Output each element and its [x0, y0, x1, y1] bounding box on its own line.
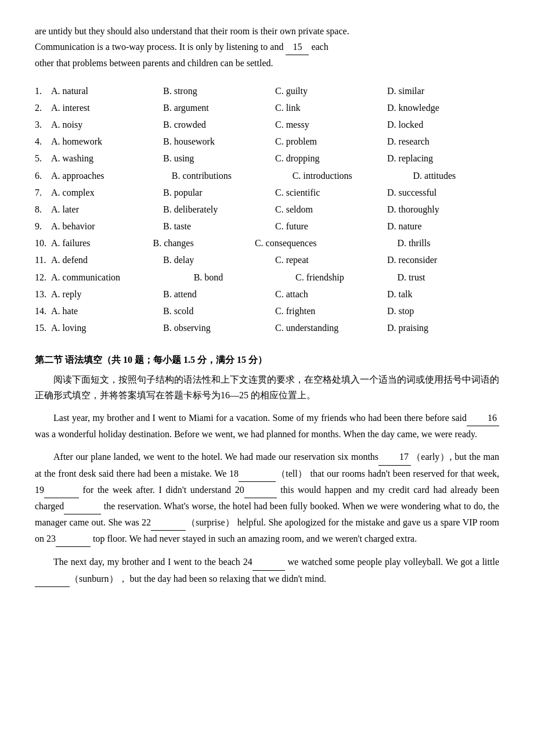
para3-text-c: but the day had been so relaxing that we… — [128, 574, 326, 584]
choice-row-5: 5. A. washing B. using C. dropping D. re… — [35, 150, 499, 166]
choice-15b: B. observing — [163, 320, 275, 336]
blank-17: 17 — [378, 449, 411, 465]
choice-1d: D. similar — [387, 83, 499, 99]
choice-row-4: 4. A. homework B. housework C. problem D… — [35, 134, 499, 149]
para3-text-a: The next day, my brother and I went to t… — [53, 557, 252, 567]
para2-text-d: for the week after. I didn't understand … — [79, 485, 244, 495]
choice-row-12: 12. A. communication B. bond C. friendsh… — [35, 269, 499, 285]
choice-row-11: 11. A. defend B. delay C. repeat D. reco… — [35, 252, 499, 268]
blank-16: 16 — [467, 410, 499, 426]
para2-bracket2: （tell） — [276, 469, 308, 478]
choice-10a: A. failures — [51, 235, 153, 251]
choices-section: 1. A. natural B. strong C. guilty D. sim… — [35, 83, 499, 336]
choice-6a: A. approaches — [51, 168, 172, 183]
para2-text-a: After our plane landed, we went to the h… — [53, 452, 378, 462]
choice-14a: A. hate — [51, 303, 163, 319]
choice-num-4: 4. — [35, 134, 51, 149]
blank-20 — [244, 482, 277, 498]
choice-num-8: 8. — [35, 201, 51, 217]
choice-15c: C. understanding — [275, 320, 387, 336]
para2-bracket1: （early） — [411, 452, 449, 462]
para2-text-h: top floor. We had never stayed in such a… — [91, 534, 417, 543]
choice-13b: B. attend — [163, 286, 275, 302]
choice-num-13: 13. — [35, 286, 51, 302]
choice-4d: D. research — [387, 134, 499, 149]
choice-6d: D. attitudes — [413, 168, 499, 183]
choice-8c: C. seldom — [275, 201, 387, 217]
choice-num-7: 7. — [35, 185, 51, 200]
choice-row-9: 9. A. behavior B. taste C. future D. nat… — [35, 218, 499, 234]
choice-7c: C. scientific — [275, 185, 387, 200]
blank-res — [64, 498, 101, 514]
blank-22 — [151, 514, 186, 531]
intro-line2-pre: Communication is a two-way process. It i… — [35, 42, 283, 52]
choice-3b: B. crowded — [163, 117, 275, 132]
choice-8b: B. deliberately — [163, 201, 275, 217]
choice-2c: C. link — [275, 100, 387, 116]
choice-row-13: 13. A. reply B. attend C. attach D. talk — [35, 286, 499, 302]
choice-13c: C. attach — [275, 286, 387, 302]
para1-text: Last year, my brother and I went to Miam… — [53, 413, 467, 423]
choice-7a: A. complex — [51, 185, 163, 200]
choice-row-6: 6. A. approaches B. contributions C. int… — [35, 168, 499, 183]
choice-11d: D. reconsider — [387, 252, 499, 268]
choice-6c: C. introductions — [293, 168, 413, 183]
section2-title: 第二节 语法填空（共 10 题；每小题 1.5 分，满分 15 分） — [35, 352, 499, 368]
para2-bracket3: （surprise） — [186, 517, 234, 527]
choice-1c: C. guilty — [275, 83, 387, 99]
choice-row-7: 7. A. complex B. popular C. scientific D… — [35, 185, 499, 200]
blank-18 — [239, 466, 276, 482]
choice-9b: B. taste — [163, 218, 275, 234]
passage-paragraph-1: Last year, my brother and I went to Miam… — [35, 410, 499, 442]
choice-9d: D. nature — [387, 218, 499, 234]
section2-instructions: 阅读下面短文，按照句子结构的语法性和上下文连贯的要求，在空格处填入一个适当的词或… — [35, 372, 499, 403]
choice-1a: A. natural — [51, 83, 163, 99]
para3-bracket: （sunburn）， — [70, 574, 128, 584]
para3-text-b: we watched some people play volleyball. … — [285, 557, 499, 567]
choice-num-10: 10. — [35, 235, 51, 251]
intro-line3: other that problems between parents and … — [35, 58, 273, 68]
choice-row-8: 8. A. later B. deliberately C. seldom D.… — [35, 201, 499, 217]
para1-text-b: was a wonderful holiday destination. Bef… — [35, 429, 477, 439]
passage-paragraph-2: After our plane landed, we went to the h… — [35, 449, 499, 547]
choice-row-2: 2. A. interest B. argument C. link D. kn… — [35, 100, 499, 116]
intro-line2-post: each — [311, 42, 328, 52]
choice-num-3: 3. — [35, 117, 51, 132]
choice-num-2: 2. — [35, 100, 51, 116]
choice-7b: B. popular — [163, 185, 275, 200]
choice-13d: D. talk — [387, 286, 499, 302]
choice-3a: A. noisy — [51, 117, 163, 132]
choice-num-14: 14. — [35, 303, 51, 319]
choice-num-1: 1. — [35, 83, 51, 99]
choice-9a: A. behavior — [51, 218, 163, 234]
choice-num-6: 6. — [35, 168, 51, 183]
choice-5b: B. using — [163, 150, 275, 166]
choice-row-10: 10. A. failures B. changes C. consequenc… — [35, 235, 499, 251]
choice-num-11: 11. — [35, 252, 51, 268]
choice-14d: D. stop — [387, 303, 499, 319]
choice-2d: D. knowledge — [387, 100, 499, 116]
choice-8d: D. thoroughly — [387, 201, 499, 217]
choice-4a: A. homework — [51, 134, 163, 149]
choice-num-5: 5. — [35, 150, 51, 166]
intro-paragraph: are untidy but they should also understa… — [35, 23, 499, 71]
choice-12a: A. communication — [51, 269, 194, 285]
choice-row-3: 3. A. noisy B. crowded C. messy D. locke… — [35, 117, 499, 132]
choice-8a: A. later — [51, 201, 163, 217]
choice-7d: D. successful — [387, 185, 499, 200]
choice-12c: C. friendship — [295, 269, 397, 285]
blank-19 — [44, 482, 79, 498]
choice-14b: B. scold — [163, 303, 275, 319]
choice-3d: D. locked — [387, 117, 499, 132]
choice-14c: C. frighten — [275, 303, 387, 319]
choice-11b: B. delay — [163, 252, 275, 268]
choice-3c: C. messy — [275, 117, 387, 132]
choice-10c: C. consequences — [255, 235, 398, 251]
blank-15-inline: 15 — [286, 39, 309, 55]
choice-5c: C. dropping — [275, 150, 387, 166]
choice-15a: A. loving — [51, 320, 163, 336]
blank-24 — [252, 554, 285, 570]
choice-13a: A. reply — [51, 286, 163, 302]
choice-1b: B. strong — [163, 83, 275, 99]
choice-4c: C. problem — [275, 134, 387, 149]
